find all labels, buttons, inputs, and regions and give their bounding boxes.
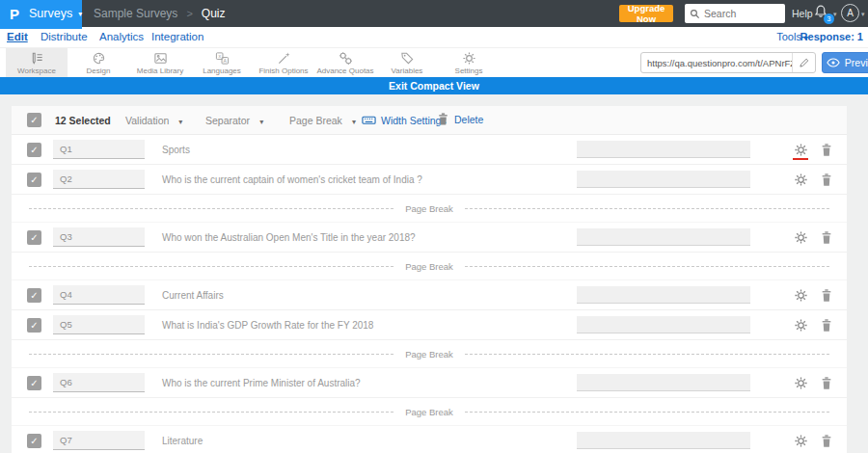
question-settings-gear-icon[interactable]: [794, 434, 808, 448]
pencil-icon: [799, 57, 810, 68]
question-delete-trash-icon[interactable]: [820, 434, 833, 448]
toolbar-item-design[interactable]: Design: [68, 48, 129, 77]
trash-icon: [437, 112, 449, 126]
response-count-link[interactable]: Response: 1: [800, 31, 863, 42]
question-answer-input[interactable]: [577, 316, 750, 333]
survey-url[interactable]: https://qa.questionpro.com/t/APNrFZeY: [641, 58, 792, 68]
tab-integration[interactable]: Integration: [151, 31, 203, 42]
question-code-input[interactable]: [53, 170, 145, 189]
page-break-label: Page Break: [393, 203, 465, 214]
check-icon: ✓: [30, 233, 38, 243]
eye-icon: [827, 58, 840, 67]
row-checkbox[interactable]: ✓: [27, 230, 41, 245]
question-answer-input[interactable]: [577, 171, 750, 188]
question-settings-gear-icon[interactable]: [794, 143, 808, 157]
question-text: Who is the current Prime Minister of Aus…: [162, 368, 361, 398]
question-code-input[interactable]: [53, 227, 145, 247]
search-icon: [690, 9, 700, 19]
question-answer-input[interactable]: [577, 286, 750, 304]
check-icon: ✓: [30, 379, 38, 388]
row-checkbox[interactable]: ✓: [27, 173, 41, 187]
global-search: [685, 4, 785, 23]
question-list-panel: ✓ 12 Selected Validation▾ Separator▾ Pag…: [12, 106, 847, 453]
delete-button[interactable]: Delete: [437, 112, 483, 126]
survey-url-box: https://qa.questionpro.com/t/APNrFZeY: [640, 52, 816, 73]
question-answer-input[interactable]: [577, 432, 750, 449]
page-break-row: Page Break: [12, 340, 847, 368]
question-answer-input[interactable]: [577, 374, 750, 391]
question-code-input[interactable]: [53, 431, 145, 450]
toolbar-item-settings[interactable]: Settings: [438, 48, 500, 77]
bulk-actions-bar: ✓ 12 Selected Validation▾ Separator▾ Pag…: [12, 106, 847, 135]
toolbar-item-languages[interactable]: xA Languages: [191, 48, 253, 77]
separator-dropdown[interactable]: Separator▾: [205, 115, 263, 126]
toolbar-item-advance-quotas[interactable]: Advance Quotas: [314, 48, 376, 77]
question-settings-gear-icon[interactable]: [794, 318, 808, 333]
question-code-input[interactable]: [53, 140, 145, 159]
breadcrumb-parent[interactable]: Sample Surveys: [94, 7, 177, 20]
row-checkbox[interactable]: ✓: [27, 288, 41, 303]
product-menu[interactable]: P Surveys ▾: [0, 0, 82, 27]
page-break-dropdown[interactable]: Page Break▾: [289, 115, 356, 126]
width-settings-button[interactable]: Width Settings: [362, 113, 447, 127]
toolbar-item-variables[interactable]: Variables: [376, 48, 438, 77]
check-icon: ✓: [30, 116, 38, 125]
design-palette-icon: [92, 51, 106, 66]
question-delete-trash-icon[interactable]: [820, 173, 833, 187]
row-checkbox[interactable]: ✓: [27, 318, 41, 333]
top-navbar: P Surveys ▾ Sample Surveys > Quiz Upgrad…: [0, 0, 868, 27]
caret-down-icon[interactable]: ▾: [861, 11, 865, 18]
toolbar-item-media-library[interactable]: Media Library: [129, 48, 191, 77]
validation-dropdown[interactable]: Validation▾: [125, 115, 182, 126]
languages-icon: xA: [215, 51, 230, 66]
page-break-row: Page Break: [12, 253, 847, 280]
question-text: Current Affairs: [162, 280, 224, 310]
toolbar-item-finish-options[interactable]: Finish Options: [253, 48, 314, 77]
caret-down-icon[interactable]: ▾: [833, 11, 837, 18]
question-code-input[interactable]: [53, 373, 145, 392]
breadcrumb-current: Quiz: [202, 7, 226, 20]
tab-distribute[interactable]: Distribute: [41, 31, 88, 42]
question-settings-gear-icon[interactable]: [794, 288, 808, 303]
svg-text:A: A: [223, 57, 227, 63]
question-delete-trash-icon[interactable]: [820, 376, 833, 390]
question-code-input[interactable]: [53, 315, 145, 334]
exit-compact-view-button[interactable]: Exit Compact View: [0, 77, 868, 94]
avatar[interactable]: A: [841, 4, 859, 22]
upgrade-now-button[interactable]: Upgrade Now: [619, 5, 673, 22]
question-text: Who is the current captain of women's cr…: [162, 165, 422, 195]
edit-url-button[interactable]: [792, 53, 815, 72]
notifications-bell-icon[interactable]: 3: [813, 4, 832, 23]
row-checkbox[interactable]: ✓: [27, 434, 41, 448]
question-delete-trash-icon[interactable]: [820, 230, 833, 245]
toolbar-item-workspace[interactable]: Workspace: [6, 48, 68, 77]
edit-toolbar: Workspace Design Media Library xA Langua…: [0, 48, 868, 77]
app-window: P Surveys ▾ Sample Surveys > Quiz Upgrad…: [0, 0, 868, 453]
question-answer-input[interactable]: [577, 228, 750, 246]
row-checkbox[interactable]: ✓: [27, 376, 41, 390]
select-all-checkbox[interactable]: ✓: [27, 113, 41, 127]
questionpro-logo-icon: P: [10, 6, 19, 22]
question-settings-gear-icon[interactable]: [794, 230, 808, 245]
question-settings-gear-icon[interactable]: [794, 173, 808, 187]
variables-tag-icon: [400, 51, 415, 66]
tab-edit[interactable]: Edit: [7, 31, 28, 42]
help-link[interactable]: Help: [792, 8, 813, 19]
preview-button[interactable]: Preview: [822, 52, 868, 73]
question-answer-input[interactable]: [577, 141, 750, 158]
caret-down-icon: ▾: [352, 118, 356, 126]
question-code-input[interactable]: [53, 285, 145, 305]
question-settings-gear-icon[interactable]: [794, 376, 808, 390]
tab-analytics[interactable]: Analytics: [99, 31, 144, 42]
search-input[interactable]: [704, 8, 779, 19]
question-text: Sports: [162, 135, 190, 165]
row-checkbox[interactable]: ✓: [27, 143, 41, 157]
media-library-icon: [153, 51, 168, 66]
question-row: ✓ Literature: [12, 426, 847, 453]
check-icon: ✓: [30, 146, 38, 155]
question-delete-trash-icon[interactable]: [820, 143, 833, 157]
page-break-dash-left: [29, 266, 393, 267]
question-delete-trash-icon[interactable]: [820, 288, 833, 303]
workspace-icon: [30, 51, 44, 66]
question-delete-trash-icon[interactable]: [820, 318, 833, 333]
